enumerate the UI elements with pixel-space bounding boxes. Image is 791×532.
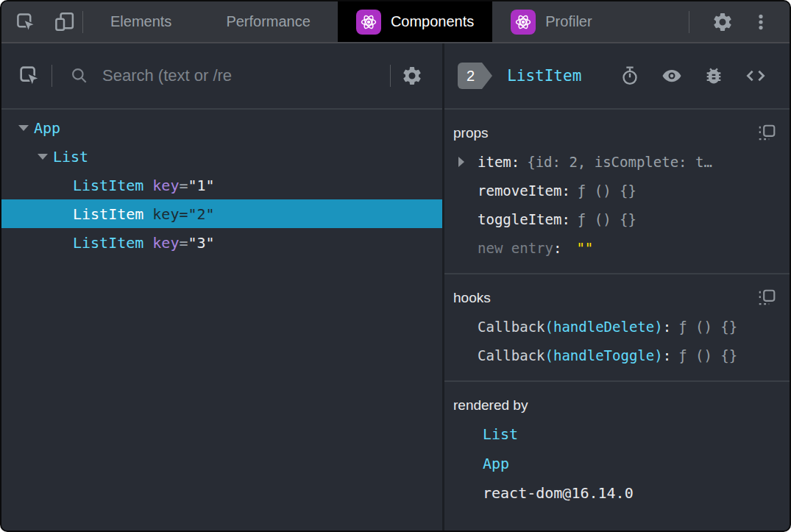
expander-icon[interactable] [458, 157, 478, 167]
equals-sign: = [179, 205, 188, 223]
rendered-by-react-dom: react-dom@16.14.0 [453, 478, 776, 508]
rendered-by-section: rendered by List App react-dom@16.14.0 [444, 382, 790, 531]
section-title: props [453, 125, 489, 141]
tab-components[interactable]: Components [338, 1, 492, 42]
devtools-window: Elements Performance Components [0, 0, 791, 532]
owner-link[interactable]: List [483, 425, 518, 443]
hooks-section-header: hooks [453, 284, 776, 312]
search-bar [55, 65, 387, 86]
colon: : [663, 347, 671, 363]
tab-performance[interactable]: Performance [199, 1, 338, 42]
component-details-panel: 2 ListItem [444, 43, 790, 531]
renderer-version: react-dom@16.14.0 [483, 484, 634, 502]
section-title: rendered by [453, 397, 528, 414]
inspect-eye-icon[interactable] [656, 65, 688, 87]
prop-row-removeItem[interactable]: removeItem: ƒ () {} [453, 176, 776, 205]
toolbar-separator [52, 65, 52, 87]
prop-value: ƒ () {} [578, 182, 636, 199]
colon: : [561, 211, 570, 227]
react-logo-icon [356, 10, 381, 35]
rendered-by-list-link[interactable]: List [453, 419, 776, 449]
tab-label: Components [391, 13, 474, 30]
tree-row-app[interactable]: App [1, 113, 442, 142]
colon: : [553, 240, 561, 256]
tabbar-left-icons [1, 1, 82, 42]
badge-point [482, 63, 492, 89]
copy-to-clipboard-icon[interactable] [757, 288, 776, 308]
tab-elements[interactable]: Elements [83, 1, 199, 42]
search-input[interactable] [101, 65, 387, 86]
log-bug-icon[interactable] [698, 65, 729, 86]
expander-icon[interactable] [13, 125, 34, 131]
details-header: 2 ListItem [444, 43, 790, 110]
component-name: ListItem [73, 205, 143, 223]
tab-label: Profiler [545, 13, 592, 30]
settings-gear-icon[interactable] [401, 43, 423, 108]
key-attr-name: key [152, 234, 179, 252]
hook-type: Callback [478, 319, 545, 335]
key-attr-value: "1" [188, 177, 215, 194]
copy-to-clipboard-icon[interactable] [757, 124, 776, 143]
key-attr-name: key [152, 205, 179, 223]
section-title: hooks [453, 290, 491, 306]
key-attr-value: "3" [188, 234, 215, 252]
equals-sign: = [179, 234, 188, 252]
key-attr-name: key [152, 177, 179, 194]
tab-label: Performance [226, 13, 311, 30]
react-logo-icon [511, 10, 536, 35]
props-section: props item: {id: 2, isComplete: t… [444, 110, 790, 274]
prop-name: toggleItem [478, 211, 561, 227]
tab-label: Elements [110, 13, 171, 30]
more-options-kebab-icon[interactable] [742, 1, 779, 42]
inspect-element-icon[interactable] [18, 43, 41, 108]
tree-toolbar [1, 43, 442, 110]
tabbar-right-controls [684, 1, 790, 42]
prop-name: removeItem [478, 182, 561, 199]
new-entry-label: new entry [478, 240, 553, 256]
view-source-icon[interactable] [739, 65, 772, 87]
tree-row-listitem-1[interactable]: ListItem key = "1" [1, 171, 442, 199]
new-entry-row[interactable]: new entry: "" [453, 233, 776, 262]
toolbar-separator [390, 65, 391, 87]
colon: : [511, 154, 519, 170]
rendered-by-header: rendered by [453, 391, 776, 419]
hook-row-handleDelete[interactable]: Callback(handleDelete): ƒ () {} [453, 312, 776, 341]
expander-icon[interactable] [32, 154, 53, 160]
tabbar-separator [689, 11, 689, 33]
prop-name: item [478, 154, 511, 170]
hook-fn-name: (handleToggle) [545, 347, 663, 363]
owner-link[interactable]: App [483, 455, 509, 472]
inspect-element-icon[interactable] [15, 1, 37, 42]
component-name: List [53, 148, 88, 166]
hook-value: ƒ () {} [678, 319, 737, 335]
props-section-header: props [453, 119, 776, 147]
hook-row-handleToggle[interactable]: Callback(handleToggle): ƒ () {} [453, 341, 776, 369]
rendered-by-app-link[interactable]: App [453, 449, 776, 478]
tab-profiler[interactable]: Profiler [492, 1, 610, 42]
prop-row-toggleItem[interactable]: toggleItem: ƒ () {} [453, 205, 776, 233]
hook-fn-name: (handleDelete) [545, 319, 663, 335]
component-tree: App List ListItem key = "1" ListItem key… [1, 110, 442, 531]
suspend-timer-icon[interactable] [614, 65, 645, 86]
prop-row-item[interactable]: item: {id: 2, isComplete: t… [453, 147, 776, 176]
prop-value: {id: 2, isComplete: t… [527, 154, 712, 170]
hooks-section: hooks Callback(handleDelete): ƒ () {} [444, 274, 790, 382]
toggle-device-toolbar-icon[interactable] [53, 1, 75, 42]
badge-count: 2 [458, 63, 482, 89]
colon: : [561, 182, 570, 199]
tree-row-listitem-3[interactable]: ListItem key = "3" [1, 228, 442, 257]
settings-gear-icon[interactable] [703, 1, 742, 42]
details-header-icons [614, 65, 772, 87]
owners-count-badge[interactable]: 2 [458, 63, 492, 89]
component-name: ListItem [73, 177, 143, 194]
search-magnifier-icon [70, 66, 89, 85]
prop-value: ƒ () {} [578, 211, 636, 227]
component-name: ListItem [73, 234, 143, 252]
key-attr-value: "2" [188, 205, 215, 223]
tree-row-listitem-2-selected[interactable]: ListItem key = "2" [1, 199, 442, 228]
tree-row-list[interactable]: List [1, 142, 442, 171]
new-entry-value[interactable]: "" [576, 240, 593, 256]
main-split: App List ListItem key = "1" ListItem key… [1, 43, 790, 531]
devtools-tabbar: Elements Performance Components [1, 1, 790, 43]
colon: : [663, 319, 671, 335]
